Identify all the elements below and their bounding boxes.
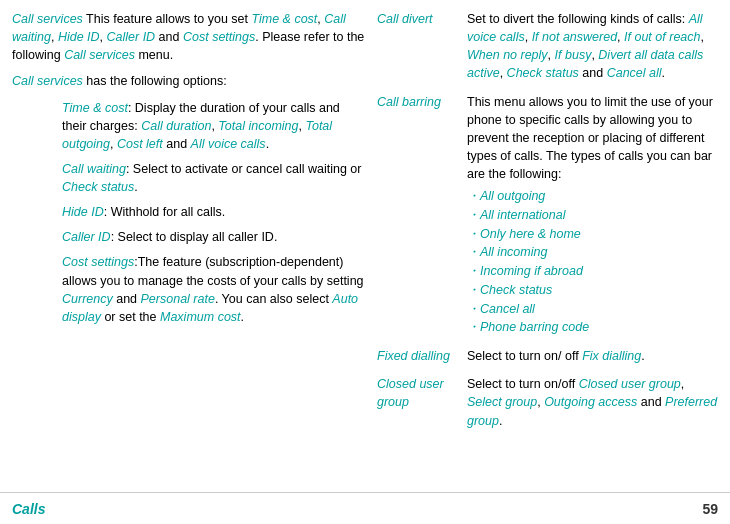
body-call-barring: This menu allows you to limit the use of… [467,93,718,338]
link-hide-id: Hide ID [58,30,100,44]
footer: Calls 59 [0,492,730,524]
option-label-cost-settings: Cost settings [62,255,134,269]
barring-bullet-list: All outgoing All international Only here… [467,187,718,337]
link-check-status-waiting: Check status [62,180,134,194]
entry-fixed-dialling: Fixed dialling Select to turn on/ off Fi… [377,347,718,365]
body-fixed-dialling: Select to turn on/ off Fix dialling. [467,347,718,365]
call-services-label-intro: Call services [12,12,83,26]
right-column: Call divert Set to divert the following … [377,10,718,482]
bullet-all-international: All international [467,206,718,225]
option-body-caller-id: : Select to display all caller ID. [111,230,278,244]
link-if-not-answered: If not answered [532,30,617,44]
barring-intro: This menu allows you to limit the use of… [467,95,713,182]
option-label-call-waiting: Call waiting [62,162,126,176]
option-time-cost: Time & cost: Display the duration of you… [62,99,367,153]
has-options-paragraph: Call services has the following options: [12,72,367,90]
link-maximum-cost: Maximum cost [160,310,241,324]
has-options-text: has the following options: [83,74,227,88]
link-total-incoming: Total incoming [218,119,298,133]
link-select-group: Select group [467,395,537,409]
footer-page-number: 59 [702,501,718,517]
link-outgoing-access: Outgoing access [544,395,637,409]
call-services-label-options: Call services [12,74,83,88]
link-call-duration: Call duration [141,119,211,133]
left-column: Call services This feature allows to you… [12,10,367,482]
bullet-phone-barring-code: Phone barring code [467,318,718,337]
entry-call-divert: Call divert Set to divert the following … [377,10,718,83]
link-caller-id: Caller ID [107,30,156,44]
option-call-waiting: Call waiting: Select to activate or canc… [62,160,367,196]
bullet-check-status: Check status [467,281,718,300]
link-currency: Currency [62,292,113,306]
bullet-all-incoming: All incoming [467,243,718,262]
link-fix-dialling: Fix dialling [582,349,641,363]
link-cancel-all-divert: Cancel all [607,66,662,80]
option-cost-settings: Cost settings:The feature (subscription-… [62,253,367,326]
entry-call-barring: Call barring This menu allows you to lim… [377,93,718,338]
label-fixed-dialling: Fixed dialling [377,347,467,365]
option-label-hide-id: Hide ID [62,205,104,219]
label-call-divert: Call divert [377,10,467,83]
link-check-status-divert: Check status [507,66,579,80]
bullet-cancel-all: Cancel all [467,300,718,319]
bullet-all-outgoing: All outgoing [467,187,718,206]
option-caller-id: Caller ID: Select to display all caller … [62,228,367,246]
footer-calls-label: Calls [12,501,45,517]
link-if-out-of-reach: If out of reach [624,30,700,44]
option-label-caller-id: Caller ID [62,230,111,244]
option-body-hide-id: : Withhold for all calls. [104,205,226,219]
link-time-cost: Time & cost [251,12,317,26]
bullet-incoming-if-abroad: Incoming if abroad [467,262,718,281]
entry-closed-user-group: Closed user group Select to turn on/off … [377,375,718,429]
link-cost-left: Cost left [117,137,163,151]
link-when-no-reply: When no reply [467,48,548,62]
link-all-voice-calls: All voice calls [191,137,266,151]
body-closed-user-group: Select to turn on/off Closed user group,… [467,375,718,429]
link-call-services-menu: Call services [64,48,135,62]
link-cost-settings: Cost settings [183,30,255,44]
page-container: Call services This feature allows to you… [0,0,730,524]
option-hide-id: Hide ID: Withhold for all calls. [62,203,367,221]
link-personal-rate: Personal rate [141,292,215,306]
body-call-divert: Set to divert the following kinds of cal… [467,10,718,83]
bullet-only-here-home: Only here & home [467,225,718,244]
label-closed-user-group: Closed user group [377,375,467,429]
content-area: Call services This feature allows to you… [0,0,730,492]
intro-paragraph: Call services This feature allows to you… [12,10,367,64]
label-call-barring: Call barring [377,93,467,338]
option-label-time-cost: Time & cost [62,101,128,115]
link-closed-user-group: Closed user group [579,377,681,391]
link-if-busy: If busy [555,48,592,62]
